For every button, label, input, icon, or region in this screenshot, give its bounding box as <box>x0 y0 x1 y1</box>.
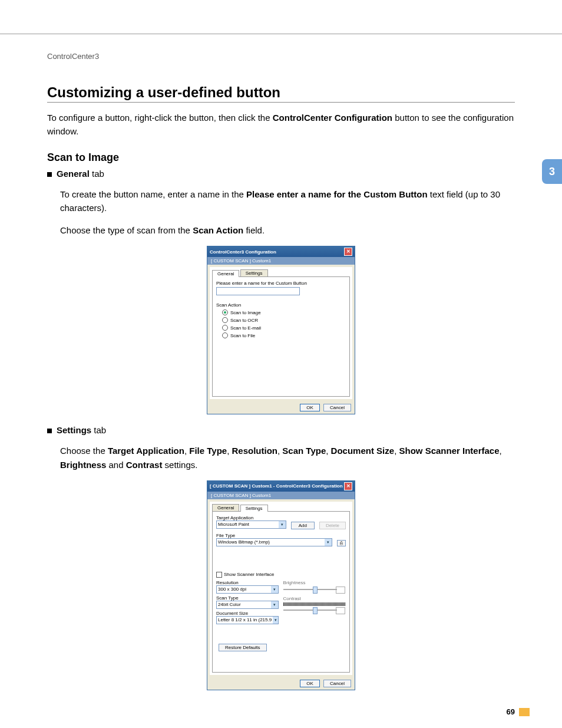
sp-b6: Show Scanner Interface <box>399 446 499 456</box>
general-tab-rest: tab <box>90 169 104 179</box>
chevron-down-icon: ▾ <box>271 586 278 593</box>
target-app-dropdown[interactable]: Microsoft Paint ▾ <box>216 521 286 529</box>
slider-track <box>283 589 338 590</box>
close-icon[interactable]: ✕ <box>344 248 352 256</box>
file-type-value: Windows Bitmap (*.bmp) <box>218 539 270 545</box>
scan-type-dropdown[interactable]: 24bit Color ▾ <box>216 601 279 609</box>
radio-email-label: Scan to E-mail <box>230 325 261 331</box>
cancel-button[interactable]: Cancel <box>323 404 351 411</box>
tab-general[interactable]: General <box>212 504 239 511</box>
target-app-value: Microsoft Paint <box>218 522 249 527</box>
close-icon[interactable]: ✕ <box>344 482 352 490</box>
tab-settings[interactable]: Settings <box>240 505 268 512</box>
sp-b2: File Type <box>189 446 227 456</box>
radio-image-label: Scan to Image <box>230 310 261 315</box>
general-para1: To create the button name, enter a name … <box>60 187 515 215</box>
sp-b3: Resolution <box>232 446 278 456</box>
ok-button[interactable]: OK <box>300 680 320 687</box>
sp-b5: Document Size <box>331 446 395 456</box>
scan-to-image-heading: Scan to Image <box>47 151 515 164</box>
ok-button[interactable]: OK <box>300 404 320 411</box>
chapter-side-tab: 3 <box>542 159 562 184</box>
dialog2-titlebar: [ CUSTOM SCAN ] Custom1 - ControlCenter3… <box>207 481 355 492</box>
bullet-settings-tab: Settings tab <box>47 425 515 435</box>
resolution-value: 300 x 300 dpi <box>218 587 246 592</box>
file-type-dropdown[interactable]: Windows Bitmap (*.bmp) ▾ <box>216 538 332 546</box>
checkbox-icon <box>216 572 222 578</box>
gp2-post: field. <box>243 225 265 235</box>
dialog1-titlebar: ControlCenter3 Configuration ✕ <box>207 246 355 257</box>
show-scanner-row[interactable]: Show Scanner Interface <box>216 572 346 578</box>
radio-scan-email[interactable]: Scan to E-mail <box>222 325 346 331</box>
radio-scan-ocr[interactable]: Scan to OCR <box>222 317 346 323</box>
intro-pre: To configure a button, right-click the b… <box>47 113 273 123</box>
show-scanner-label: Show Scanner Interface <box>224 572 274 577</box>
sp-b8: Contrast <box>126 460 163 470</box>
sp-b7: Brightness <box>60 460 106 470</box>
chevron-down-icon: ▾ <box>325 539 332 546</box>
resolution-dropdown[interactable]: 300 x 300 dpi ▾ <box>216 585 279 594</box>
gp2-bold: Scan Action <box>193 225 243 235</box>
top-rule <box>0 0 562 34</box>
doc-size-value: Letter 8 1/2 x 11 in (215.9 x 279.4 mm) <box>218 617 273 622</box>
settings-para: Choose the Target Application, File Type… <box>60 444 515 472</box>
page-number-bar <box>519 708 530 716</box>
target-app-label: Target Application <box>216 515 346 521</box>
intro-bold: ControlCenter Configuration <box>273 113 392 123</box>
scan-type-value: 24bit Color <box>218 602 241 607</box>
radio-scan-file[interactable]: Scan to File <box>222 332 346 338</box>
radio-icon <box>222 325 228 331</box>
delete-button: Delete <box>319 522 346 529</box>
gp1-bold: Please enter a name for the Custom Butto… <box>246 189 428 199</box>
cancel-button[interactable]: Cancel <box>323 680 351 687</box>
slider-track <box>283 610 338 611</box>
add-button[interactable]: Add <box>291 522 315 529</box>
radio-icon <box>222 332 228 338</box>
sp-pre: Choose the <box>60 446 108 456</box>
chevron-down-icon: ▾ <box>279 521 286 528</box>
bullet-icon <box>47 429 52 433</box>
sp-c6: , <box>500 446 502 456</box>
bullet-general-tab: General tab <box>47 169 515 179</box>
page-number: 69 <box>507 707 515 716</box>
radio-ocr-label: Scan to OCR <box>230 318 258 323</box>
restore-defaults-button[interactable]: Restore Defaults <box>219 644 267 651</box>
scan-action-label: Scan Action <box>216 302 346 308</box>
radio-icon <box>222 317 228 323</box>
contrast-track <box>283 602 346 606</box>
custom-name-label: Please enter a name for the Custom Butto… <box>216 281 346 286</box>
slider-thumb <box>313 607 318 614</box>
contrast-label: Contrast <box>283 596 346 601</box>
contrast-value <box>336 607 345 614</box>
settings-tab-bold: Settings <box>57 425 91 435</box>
doc-size-dropdown[interactable]: Letter 8 1/2 x 11 in (215.9 x 279.4 mm) … <box>216 616 279 624</box>
file-type-label: File Type <box>216 533 346 538</box>
dialog-general: ControlCenter3 Configuration ✕ [ CUSTOM … <box>207 246 355 414</box>
brightness-slider[interactable] <box>283 587 346 592</box>
tab-settings[interactable]: Settings <box>240 269 268 276</box>
radio-scan-image[interactable]: Scan to Image <box>222 309 346 315</box>
settings-tab-rest: tab <box>91 425 106 435</box>
radio-icon <box>222 309 228 315</box>
sp-c4: , <box>326 446 330 456</box>
breadcrumb: ControlCenter3 <box>47 52 515 61</box>
doc-size-label: Document Size <box>216 611 279 616</box>
slider-thumb <box>313 587 318 594</box>
sp-post: settings. <box>162 460 197 470</box>
sp-c2: , <box>227 446 232 456</box>
sp-and: and <box>106 460 125 470</box>
dialog1-subtitle: [ CUSTOM SCAN ] Custom1 <box>207 257 355 265</box>
chevron-down-icon: ▾ <box>271 601 278 608</box>
brightness-label: Brightness <box>283 580 346 585</box>
file-type-extra-button[interactable]: ⎙ <box>337 540 346 546</box>
bullet-icon <box>47 172 52 177</box>
gp2-pre: Choose the type of scan from the <box>60 225 193 235</box>
gp1-pre: To create the button name, enter a name … <box>60 189 246 199</box>
sp-b4: Scan Type <box>282 446 326 456</box>
scan-type-label: Scan Type <box>216 595 279 601</box>
custom-name-input[interactable] <box>216 287 300 295</box>
radio-file-label: Scan to File <box>230 333 255 338</box>
tab-general[interactable]: General <box>212 270 239 277</box>
dialog1-title: ControlCenter3 Configuration <box>210 249 276 255</box>
contrast-slider[interactable] <box>283 607 346 613</box>
